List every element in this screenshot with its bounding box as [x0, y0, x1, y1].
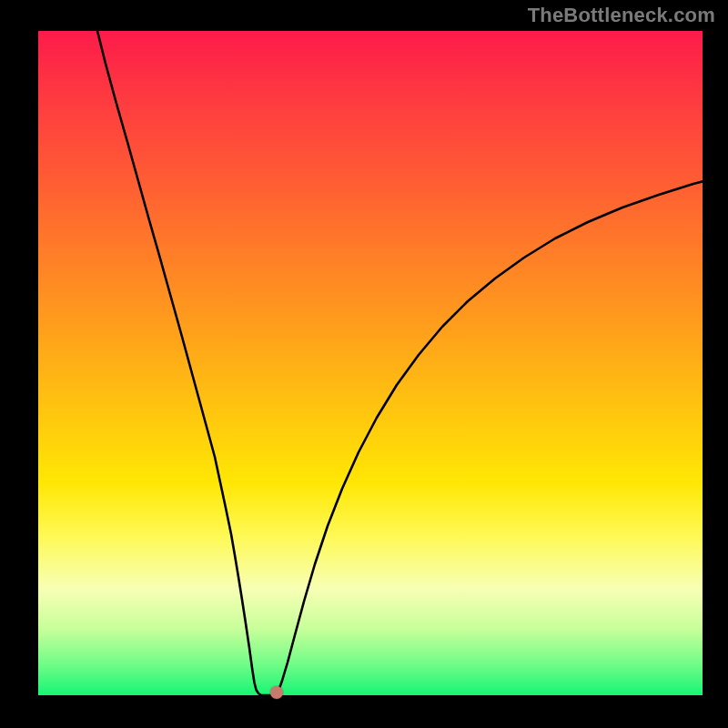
bottleneck-curve — [38, 31, 703, 695]
chart-container: TheBottleneck.com — [0, 0, 728, 728]
plot-area — [38, 31, 703, 695]
watermark-text: TheBottleneck.com — [528, 4, 715, 27]
optimum-marker — [270, 686, 283, 699]
curve-path — [95, 31, 703, 695]
